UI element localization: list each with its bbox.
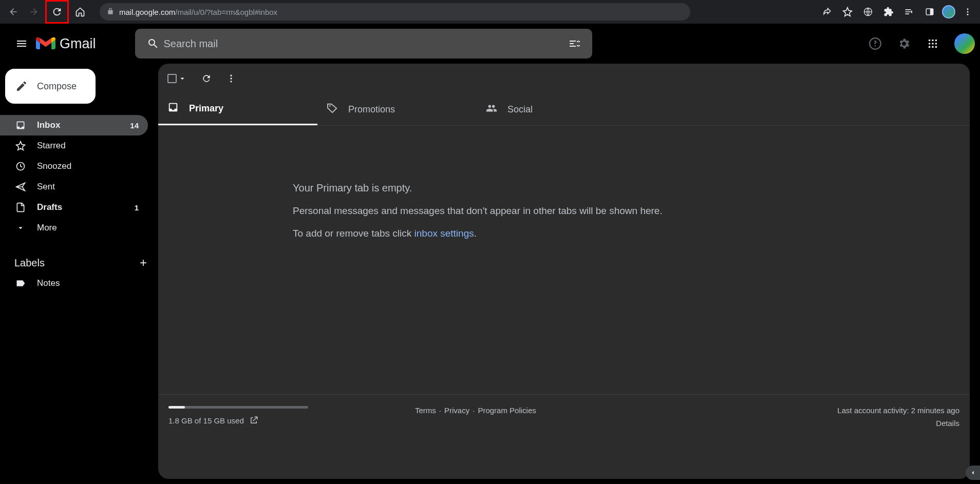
chevron-down-icon — [15, 223, 26, 233]
sidebar-item-label: Drafts — [37, 202, 62, 212]
account-avatar[interactable] — [954, 33, 975, 54]
file-icon — [15, 202, 26, 212]
tab-label: Primary — [189, 103, 223, 114]
clock-icon — [15, 161, 26, 171]
storage-progress-bar — [168, 406, 308, 409]
storage-text: 1.8 GB of 15 GB used — [168, 416, 244, 425]
more-actions-button[interactable] — [221, 68, 241, 89]
svg-rect-2 — [930, 9, 933, 15]
svg-point-7 — [929, 40, 931, 42]
reload-button-highlight — [45, 0, 69, 24]
svg-point-15 — [935, 46, 937, 48]
sidebar-item-label: Sent — [37, 182, 55, 192]
open-external-icon[interactable] — [249, 416, 258, 425]
tab-label: Promotions — [348, 104, 395, 115]
svg-point-14 — [932, 46, 934, 48]
empty-heading: Your Primary tab is empty. — [293, 182, 970, 194]
share-icon[interactable] — [819, 4, 835, 20]
media-icon[interactable] — [901, 4, 917, 20]
search-bar[interactable] — [135, 29, 592, 59]
browser-home-button[interactable] — [71, 3, 89, 21]
svg-point-5 — [967, 14, 969, 15]
svg-point-11 — [932, 43, 934, 45]
svg-point-17 — [230, 75, 232, 76]
gmail-logo[interactable]: Gmail — [36, 36, 96, 52]
sidebar-item-label: Snoozed — [37, 161, 71, 171]
search-icon[interactable] — [142, 37, 164, 50]
footer-activity: Last account activity: 2 minutes ago Det… — [837, 406, 959, 428]
search-input[interactable] — [164, 38, 563, 50]
browser-chrome-bar: mail.google.com/mail/u/0/?tab=rm&ogbl#in… — [0, 0, 980, 24]
dropdown-arrow-icon[interactable] — [178, 74, 187, 83]
sidebar-label-notes[interactable]: Notes — [0, 273, 148, 294]
storage-section: 1.8 GB of 15 GB used — [168, 406, 415, 428]
search-options-icon[interactable] — [563, 37, 585, 50]
gmail-header: Gmail — [0, 24, 980, 64]
sidebar-item-starred[interactable]: Starred — [0, 135, 148, 156]
apps-grid-icon[interactable] — [921, 32, 944, 55]
browser-forward-button[interactable] — [25, 3, 43, 21]
sidebar-item-label: Inbox — [37, 120, 60, 130]
svg-point-9 — [935, 40, 937, 42]
privacy-link[interactable]: Privacy — [444, 406, 469, 428]
tab-social[interactable]: Social — [477, 93, 636, 125]
details-link[interactable]: Details — [936, 419, 959, 428]
footer-links: Terms · Privacy · Program Policies — [415, 406, 536, 428]
svg-point-3 — [967, 8, 969, 10]
side-panel-toggle[interactable] — [966, 466, 980, 480]
gmail-logo-icon — [36, 36, 55, 51]
sidebar-item-sent[interactable]: Sent — [0, 177, 148, 197]
star-icon — [15, 141, 26, 151]
terms-link[interactable]: Terms — [415, 406, 436, 428]
activity-text: Last account activity: 2 minutes ago — [837, 406, 959, 415]
sidebar-item-inbox[interactable]: Inbox 14 — [0, 115, 148, 135]
svg-point-20 — [329, 105, 331, 107]
sidebar-item-drafts[interactable]: Drafts 1 — [0, 197, 148, 218]
select-all-checkbox[interactable] — [167, 74, 187, 83]
tab-primary[interactable]: Primary — [158, 93, 317, 125]
globe-icon[interactable] — [860, 4, 876, 20]
add-label-button[interactable]: + — [140, 256, 147, 270]
inbox-icon — [15, 120, 26, 130]
compose-label: Compose — [37, 81, 77, 92]
settings-gear-icon[interactable] — [893, 32, 915, 55]
lock-icon — [107, 8, 114, 16]
browser-back-button[interactable] — [4, 3, 23, 21]
sidebar-item-more[interactable]: More — [0, 218, 148, 238]
refresh-button[interactable] — [196, 68, 217, 89]
sidebar: Compose Inbox 14 Starred Snoozed Sent Dr… — [0, 64, 158, 484]
tab-promotions[interactable]: Promotions — [317, 93, 477, 125]
svg-point-8 — [932, 40, 934, 42]
mail-toolbar — [158, 64, 970, 93]
inbox-settings-link[interactable]: inbox settings — [414, 228, 474, 239]
label-icon — [15, 278, 26, 288]
extensions-icon[interactable] — [880, 4, 897, 20]
pencil-icon — [15, 80, 28, 92]
browser-menu-icon[interactable] — [959, 4, 976, 20]
sidebar-item-label: More — [37, 223, 57, 233]
compose-button[interactable]: Compose — [5, 69, 96, 104]
footer: 1.8 GB of 15 GB used Terms · Privacy · P… — [158, 394, 970, 479]
profile-avatar-small[interactable] — [942, 5, 955, 18]
inbox-count: 14 — [130, 121, 139, 130]
browser-address-bar[interactable]: mail.google.com/mail/u/0/?tab=rm&ogbl#in… — [100, 3, 690, 21]
main-content: Primary Promotions Social Your Primary t… — [158, 64, 970, 479]
drafts-count: 1 — [135, 203, 139, 212]
empty-primary-message: Your Primary tab is empty. Personal mess… — [158, 126, 970, 394]
gmail-wordmark: Gmail — [60, 36, 96, 52]
send-icon — [15, 182, 26, 192]
svg-point-10 — [929, 43, 931, 45]
empty-description: Personal messages and messages that don'… — [293, 205, 970, 217]
support-icon[interactable] — [864, 32, 887, 55]
main-menu-button[interactable] — [9, 31, 34, 56]
sidebar-item-label: Notes — [37, 278, 60, 288]
policies-link[interactable]: Program Policies — [478, 406, 536, 428]
svg-point-12 — [935, 43, 937, 45]
sidebar-item-snoozed[interactable]: Snoozed — [0, 156, 148, 177]
sidepanel-icon[interactable] — [921, 4, 938, 20]
svg-point-4 — [967, 11, 969, 13]
svg-point-13 — [929, 46, 931, 48]
browser-reload-button[interactable] — [48, 3, 66, 21]
sidebar-item-label: Starred — [37, 141, 66, 151]
bookmark-star-icon[interactable] — [839, 4, 856, 20]
